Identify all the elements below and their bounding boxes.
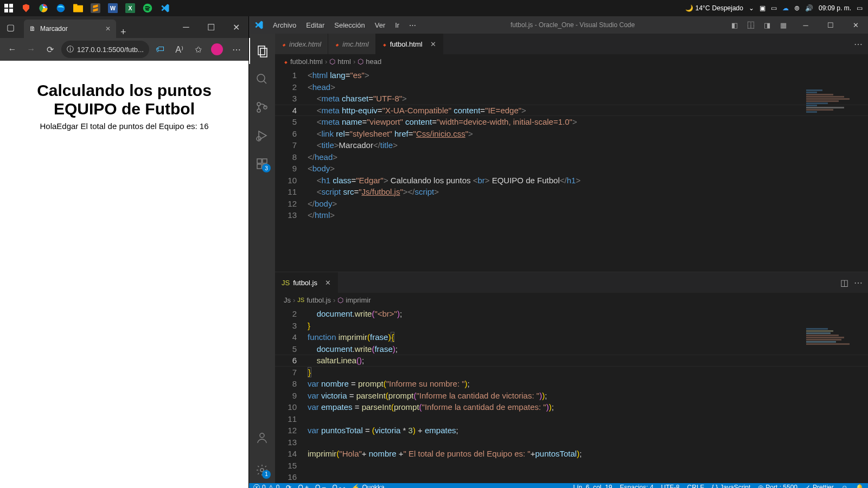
close-icon[interactable]: ✕ (105, 25, 111, 33)
source-control-icon[interactable] (249, 94, 275, 120)
status-eol[interactable]: CRLF (687, 484, 704, 488)
status-port[interactable]: ◎Port : 5500 (758, 484, 797, 488)
chrome-icon[interactable] (37, 2, 50, 15)
profile-tab-icon[interactable]: ▢ (0, 17, 21, 37)
debug-icon[interactable] (249, 123, 275, 149)
status-bell-icon[interactable]: 🔔 (856, 484, 864, 488)
address-bar[interactable]: ⓘ 127.0.0.1:5500/futb... (61, 41, 149, 58)
svg-rect-8 (73, 4, 78, 7)
edge-icon[interactable] (54, 2, 67, 15)
status-errors[interactable]: ⓧ0⚠0 (253, 483, 279, 489)
status-live[interactable]: ⟳ (286, 484, 291, 488)
status-quokka-plus[interactable]: Q + (298, 484, 309, 488)
chevron-down-icon[interactable]: ⌄ (749, 4, 754, 12)
line-gutter: 2345678910111213141516 (275, 307, 308, 483)
account-icon[interactable] (249, 425, 275, 451)
explorer-icon[interactable] (249, 38, 275, 64)
page-heading: Calculando los puntos EQUIPO de Futbol (11, 81, 238, 118)
menu-ir[interactable]: Ir (391, 19, 404, 31)
tab-imc-html[interactable]: ⬥imc.html (328, 34, 375, 54)
svg-point-28 (260, 433, 264, 438)
tab-futbol-js[interactable]: JSfutbol.js✕ (275, 272, 338, 293)
menu-ver[interactable]: Ver (371, 19, 390, 31)
split-icon[interactable]: ◫ (840, 278, 848, 288)
close-button[interactable]: ✕ (843, 16, 868, 34)
layout-icon[interactable]: ▦ (777, 18, 790, 31)
menu-seleccion[interactable]: Selección (330, 19, 369, 31)
minimize-button[interactable]: ─ (793, 16, 818, 34)
page-body-text: HolaEdgar El total de puntos del Equipo … (11, 121, 238, 131)
menu-editar[interactable]: Editar (302, 19, 329, 31)
status-prettier[interactable]: ✓Prettier (805, 484, 834, 488)
layout-icon[interactable]: ◨ (761, 18, 774, 31)
vscode-icon[interactable] (158, 2, 171, 15)
sublime-icon[interactable] (89, 2, 102, 15)
clock[interactable]: 09:09 p. m. (819, 4, 851, 12)
reload-button[interactable]: ⟳ (42, 41, 58, 58)
menu-archivo[interactable]: Archivo (269, 19, 301, 31)
more-icon[interactable]: ⋯ (854, 39, 863, 49)
status-encoding[interactable]: UTF-8 (661, 484, 680, 488)
forward-button[interactable]: → (23, 41, 39, 58)
minimap[interactable] (806, 89, 866, 127)
favorite-icon[interactable]: ✩ (190, 41, 206, 58)
settings-icon[interactable]: 1 (249, 457, 275, 483)
cloud-icon[interactable]: ☁ (782, 4, 789, 12)
status-quokka-minus[interactable]: Q – (315, 484, 326, 488)
search-icon[interactable] (249, 66, 275, 92)
profile-icon[interactable] (209, 41, 225, 58)
close-icon[interactable]: ✕ (325, 279, 331, 287)
bolt-icon: ⚡ (352, 484, 360, 488)
volume-icon[interactable]: 🔊 (805, 4, 813, 12)
tab-futbol-html[interactable]: ⬥futbol.html✕ (376, 34, 443, 54)
badge: 1 (262, 470, 271, 479)
html-icon: ⬥ (382, 40, 387, 48)
explorer-icon[interactable] (72, 2, 85, 15)
weather-temp: 14°C (695, 4, 710, 12)
code-content[interactable]: <html lang="es"> <head> <meta charset="U… (308, 68, 868, 272)
tab-index-html[interactable]: ⬥index.html (275, 34, 328, 54)
svg-rect-16 (260, 48, 267, 57)
spotify-icon[interactable] (141, 2, 154, 15)
battery-icon[interactable]: ▭ (771, 4, 777, 12)
menu-icon[interactable]: ⋯ (228, 41, 244, 58)
onedrive-icon[interactable]: ▣ (760, 4, 765, 12)
layout-icon[interactable]: ◧ (728, 18, 741, 31)
status-language[interactable]: { }JavaScript (712, 484, 750, 488)
word-icon[interactable]: W (106, 2, 119, 15)
status-feedback-icon[interactable]: ☺ (841, 484, 848, 488)
maximize-button[interactable]: ☐ (818, 16, 843, 34)
read-aloud-icon[interactable]: A⁾ (171, 41, 187, 58)
code-editor-bottom[interactable]: 2345678910111213141516 document.write("<… (275, 307, 868, 483)
svg-rect-27 (263, 159, 267, 163)
new-tab-button[interactable]: + (120, 27, 126, 38)
close-icon[interactable]: ✕ (430, 40, 436, 48)
excel-icon[interactable]: X (124, 2, 137, 15)
element-icon: ⬡ (329, 57, 335, 66)
back-button[interactable]: ← (4, 41, 20, 58)
maximize-button[interactable]: ☐ (199, 17, 224, 37)
close-button[interactable]: ✕ (224, 17, 248, 37)
extensions-icon[interactable]: 3 (249, 151, 275, 177)
brave-icon[interactable] (20, 2, 33, 15)
code-editor-top[interactable]: 12345678910111213 <html lang="es"> <head… (275, 68, 868, 272)
breadcrumb-top[interactable]: ⬥ futbol.html› ⬡html› ⬡head (275, 54, 868, 68)
shopping-icon[interactable]: 🏷 (152, 41, 168, 58)
status-position[interactable]: Lín. 6, col. 19 (573, 484, 612, 488)
browser-tab[interactable]: 🗎 Marcador ✕ (24, 20, 116, 38)
weather-widget[interactable]: 🌙 14°C Despejado (685, 4, 743, 12)
minimize-button[interactable]: ─ (174, 17, 199, 37)
wifi-icon[interactable]: ⊚ (794, 4, 800, 12)
more-icon[interactable]: ⋯ (854, 278, 863, 288)
code-content[interactable]: document.write("<br>"); } function impri… (308, 307, 868, 483)
svg-rect-24 (257, 159, 261, 163)
minimap[interactable] (806, 328, 866, 365)
menu-more-icon[interactable]: ⋯ (405, 19, 420, 31)
status-spaces[interactable]: Espacios: 4 (620, 484, 654, 488)
status-quokka-dash[interactable]: Q - - (332, 484, 345, 488)
start-icon[interactable] (2, 2, 15, 15)
breadcrumb-bottom[interactable]: Js› JS futbol.js› ⬡imprimir (275, 293, 868, 307)
notifications-icon[interactable]: ▭ (857, 4, 863, 12)
status-quokka[interactable]: ⚡Quokka (352, 484, 384, 488)
layout-icon[interactable]: ⿰ (744, 18, 757, 31)
